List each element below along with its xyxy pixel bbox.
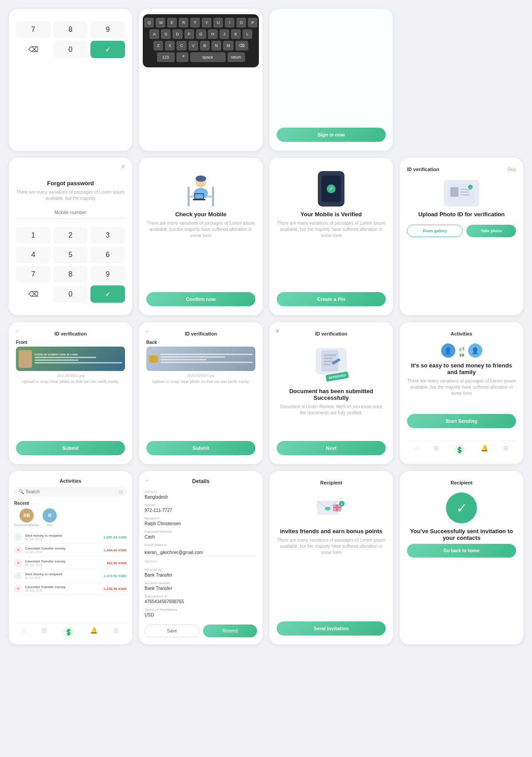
skip-button[interactable]: Skip [508, 167, 516, 172]
kb-b[interactable]: B [200, 41, 210, 51]
raymond-avatar[interactable]: RB [20, 508, 34, 523]
kb-o[interactable]: O [236, 18, 246, 27]
verified-checkmark: ✓ [327, 184, 336, 193]
nf-5[interactable]: 5 [53, 246, 88, 263]
kb-l[interactable]: L [243, 29, 252, 39]
doc-icon [316, 348, 347, 375]
nf-2[interactable]: 2 [53, 227, 88, 244]
kb-i[interactable]: I [225, 18, 235, 27]
nf-6[interactable]: 6 [90, 246, 125, 263]
transfer-nav-icon[interactable]: ⊞ [434, 445, 439, 455]
key-confirm[interactable]: ✓ [90, 41, 125, 58]
kb-x[interactable]: X [165, 41, 175, 51]
key-backspace[interactable]: ⌫ [16, 41, 51, 58]
nf-4[interactable]: 4 [16, 246, 51, 263]
menu-nav-icon[interactable]: ⊞ [503, 445, 509, 455]
bell-nav-icon[interactable]: 🔔 [481, 445, 488, 455]
search-input[interactable] [26, 489, 119, 494]
start-sending-button[interactable]: Start Sending [407, 414, 516, 428]
key-7[interactable]: 7 [16, 21, 51, 38]
kb-v[interactable]: V [188, 41, 198, 51]
kb-s[interactable]: S [161, 29, 171, 39]
kb-space[interactable]: space [190, 52, 226, 62]
key-0[interactable]: 0 [53, 41, 88, 58]
wallet-nav-icon[interactable]: 💲 [454, 445, 465, 455]
close-icon[interactable]: ✕ [121, 163, 126, 170]
trans-title-3: Canceled Transfer money [25, 559, 104, 563]
kb-a[interactable]: A [149, 29, 159, 39]
invite-title: invites friends and earn bonus points [280, 528, 382, 535]
mobile-input[interactable] [16, 206, 125, 219]
kb-del[interactable]: ⌫ [235, 41, 248, 51]
nf-8[interactable]: 8 [53, 266, 88, 283]
filter-icon[interactable]: ⊟ [119, 489, 122, 494]
from-gallery-button[interactable]: From gallery [407, 225, 463, 237]
kb-n[interactable]: N [211, 41, 222, 51]
svg-rect-12 [450, 187, 458, 197]
kb-t[interactable]: T [190, 18, 200, 27]
receiver-avatar: 👤 [468, 343, 482, 358]
kb-z[interactable]: Z [153, 41, 163, 51]
save-button[interactable]: Save [145, 624, 200, 637]
submit-back-button[interactable]: Submit [146, 441, 255, 455]
kb-d[interactable]: D [172, 29, 183, 39]
kb-m[interactable]: M [223, 41, 234, 51]
id-back-label: Back [146, 340, 255, 345]
doc-header: ID verification [315, 331, 348, 336]
back-icon[interactable]: ← [14, 328, 20, 335]
kb-h[interactable]: H [208, 29, 218, 39]
take-photo-button[interactable]: Take photo [466, 225, 516, 237]
close-icon-doc[interactable]: ✕ [275, 328, 280, 335]
kb-f[interactable]: F [184, 29, 194, 39]
key-9[interactable]: 9 [90, 21, 125, 38]
nf-1[interactable]: 1 [16, 227, 51, 244]
nf-0[interactable]: 0 [53, 285, 88, 303]
kb-123[interactable]: 123 [157, 52, 175, 62]
verified-sub: There are many variations of passages of… [277, 220, 386, 239]
kb-c[interactable]: C [176, 41, 187, 51]
home-icon-2[interactable]: ⌂ [22, 627, 26, 637]
check-mobile-sub: There are many variations of passages of… [146, 220, 255, 239]
nf-9[interactable]: 9 [90, 266, 125, 283]
key-8[interactable]: 8 [53, 21, 88, 38]
ray-avatar[interactable]: R [43, 508, 57, 523]
go-home-button[interactable]: Go back to home [407, 544, 516, 558]
grid-icon-2[interactable]: ⊞ [42, 627, 47, 637]
kb-k[interactable]: K [231, 29, 241, 39]
kb-mic[interactable]: 🎤 [176, 52, 188, 62]
kb-j[interactable]: J [219, 29, 229, 39]
kb-p[interactable]: P [248, 18, 258, 27]
resend-button[interactable]: Resend [203, 624, 257, 637]
kb-g[interactable]: G [196, 29, 206, 39]
back-icon-details[interactable]: ← [145, 476, 151, 484]
submit-front-button[interactable]: Submit [16, 441, 125, 455]
nf-3[interactable]: 3 [90, 227, 125, 244]
email-input[interactable] [145, 549, 257, 556]
nf-back[interactable]: ⌫ [16, 285, 51, 303]
wallet-icon-2[interactable]: 💲 [63, 627, 74, 637]
nf-confirm[interactable]: ✓ [90, 285, 125, 303]
signin-button[interactable]: Sign in now [277, 128, 386, 142]
kb-e[interactable]: E [167, 18, 177, 27]
numpad-top: 7 8 9 ⌫ 0 ✓ [16, 21, 125, 58]
send-invitation-button[interactable]: Send Invitation [277, 621, 386, 636]
bell-icon-2[interactable]: 🔔 [90, 627, 98, 637]
trans-date-4: 22 Jul 2018 [25, 576, 101, 579]
card-recipient-success: Recipient ✓ You've Successfully sent inv… [400, 471, 523, 644]
back-icon-2[interactable]: ← [145, 328, 151, 335]
kb-return[interactable]: return [227, 52, 245, 62]
next-button[interactable]: Next [277, 441, 386, 455]
create-pin-button[interactable]: Create a Pin [277, 292, 386, 306]
kb-r[interactable]: R [179, 18, 188, 27]
kb-y[interactable]: Y [202, 18, 211, 27]
kb-q[interactable]: Q [144, 18, 154, 27]
kb-u[interactable]: U [213, 18, 223, 27]
ray-name: Ray [47, 523, 52, 527]
id-front-label: Front [16, 340, 125, 345]
kb-w[interactable]: W [156, 18, 165, 27]
trans-5: ✕ Canceled Transfer money 19 Sep 2018 1,… [14, 582, 127, 595]
nf-7[interactable]: 7 [16, 266, 51, 283]
confirm-now-button[interactable]: Confirm now [146, 292, 255, 306]
menu-icon-2[interactable]: ⊞ [113, 627, 119, 637]
home-nav-icon[interactable]: ⌂ [415, 445, 418, 455]
